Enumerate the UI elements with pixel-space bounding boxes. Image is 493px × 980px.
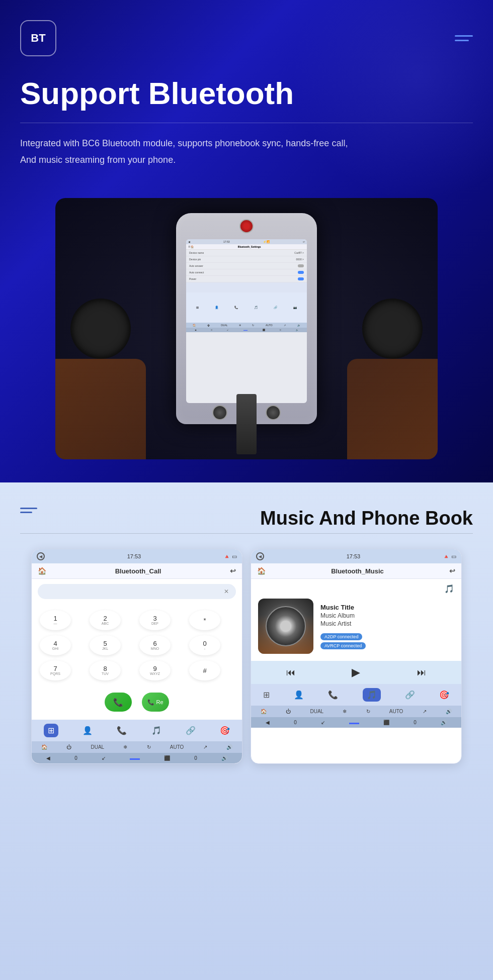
a2dp-badge: A2DP connected	[320, 633, 362, 640]
bottom-auto: AUTO	[170, 744, 184, 750]
avrcp-badge: AVRCP connected	[320, 642, 366, 649]
call-status-icons: 🔺 ▭	[223, 553, 237, 560]
bottom2-back: ◀	[46, 755, 50, 761]
embedded-screen: ◀ 17:53 ⚡ 📶 ↩ ☰ 🏠 Bluetooth_Settings Dev…	[186, 239, 307, 403]
call-button[interactable]: 📞	[105, 693, 132, 712]
call-search-bar[interactable]: ✕	[38, 584, 236, 599]
call-return-icon[interactable]: ↩	[230, 567, 236, 575]
key-3[interactable]: 3DEF	[139, 610, 171, 630]
music-page-title: Bluetooth_Music	[331, 567, 384, 575]
hamburger-line-2	[455, 40, 469, 41]
screen-title: Bluetooth_Settings	[194, 245, 305, 248]
next-button[interactable]: ⏭	[417, 667, 426, 678]
music-nav-contacts[interactable]: 👤	[294, 690, 304, 700]
music-phone-mockup: ◀ 17:53 🔺 ▭ 🏠 Bluetooth_Music ↩ 🎵	[251, 549, 462, 764]
music-nav-music[interactable]: 🎵	[363, 688, 381, 702]
bottom-arrow: ↗	[203, 744, 207, 750]
music-nav-call[interactable]: 📞	[328, 690, 338, 700]
music-nav-apps[interactable]: ⊞	[263, 690, 270, 700]
key-0[interactable]: 0-	[189, 635, 220, 655]
hero-nav: BT	[20, 20, 473, 56]
redial-button[interactable]: 📞 Re	[142, 693, 169, 712]
music-return-icon[interactable]: ↩	[449, 567, 455, 575]
key-9[interactable]: 9WXYZ	[139, 660, 171, 680]
hamburger2-menu[interactable]	[20, 508, 37, 513]
music-nav-camera[interactable]: 🎯	[439, 690, 449, 700]
call-search-clear[interactable]: ✕	[224, 588, 229, 595]
music-home-icon[interactable]: 🏠	[257, 567, 266, 575]
music-bottom-arrow: ↗	[423, 709, 427, 714]
bottom2-arrow: ↙	[102, 755, 106, 761]
music-time: 17:53	[347, 553, 361, 559]
bottom-home: 🏠	[41, 744, 47, 750]
music-note-icon: 🎵	[444, 584, 454, 594]
keypad: 1— 2ABC 3DEF * 4GHI 5JKL 6MNO 0- 7PQRS 8…	[32, 604, 242, 687]
key-7[interactable]: 7PQRS	[40, 660, 71, 680]
music-bottom-snow: ❄	[343, 709, 347, 714]
car-mockup: ◀ 17:53 ⚡ 📶 ↩ ☰ 🏠 Bluetooth_Settings Dev…	[55, 198, 438, 459]
music-bottom-dual: DUAL	[310, 709, 324, 714]
key-star[interactable]: *	[189, 610, 220, 630]
call-page-title: Bluetooth_Call	[115, 567, 161, 575]
music-back-button[interactable]: ◀	[256, 552, 264, 560]
music-note-area: 🎵	[251, 579, 461, 599]
call-home-icon[interactable]: 🏠	[38, 567, 46, 575]
music-b2-arrow: ↙	[321, 720, 325, 725]
section2-header: Music And Phone Book	[20, 508, 473, 529]
bottom-dual: DUAL	[91, 744, 105, 750]
bottom-power: ⏻	[66, 744, 71, 750]
music-b2-zero2: 0	[414, 720, 417, 725]
call-actions: 📞 📞 Re	[32, 687, 242, 720]
call-nav-bar: ⊞ 👤 📞 🎵 🔗 🎯	[32, 720, 242, 741]
call-bottom-bar: 🏠 ⏻ DUAL ❄ ↻ AUTO ↗ 🔊	[32, 741, 242, 753]
bottom-vol: 🔊	[226, 744, 232, 750]
key-2[interactable]: 2ABC	[90, 610, 121, 630]
bottom2-zero: 0	[74, 755, 77, 761]
call-back-button[interactable]: ◀	[37, 552, 45, 560]
nav-camera-icon[interactable]: 🎯	[220, 726, 230, 735]
car-background: ◀ 17:53 ⚡ 📶 ↩ ☰ 🏠 Bluetooth_Settings Dev…	[55, 198, 438, 459]
key-1[interactable]: 1—	[40, 610, 71, 630]
key-8[interactable]: 8TUV	[90, 660, 121, 680]
music-title-bar: 🏠 Bluetooth_Music ↩	[251, 563, 461, 579]
hero-divider	[20, 123, 473, 123]
prev-button[interactable]: ⏮	[286, 667, 295, 678]
nav-apps-icon[interactable]: ⊞	[44, 724, 58, 737]
knob-top	[239, 219, 254, 233]
nav-link-icon[interactable]: 🔗	[186, 726, 196, 735]
call-time: 17:53	[127, 553, 141, 559]
hamburger2-line2	[20, 512, 32, 513]
hero-description: Integrated with BC6 Bluetooth module, su…	[20, 135, 473, 168]
music-nav-bar: ⊞ 👤 📞 🎵 🔗 🎯	[251, 684, 461, 706]
key-hash[interactable]: #	[189, 660, 220, 680]
hamburger-line-1	[455, 35, 473, 37]
music-status-bar: ◀ 17:53 🔺 ▭	[251, 549, 461, 563]
hero-title: Support Bluetooth	[20, 76, 473, 111]
car-container: ◀ 17:53 ⚡ 📶 ↩ ☰ 🏠 Bluetooth_Settings Dev…	[20, 183, 473, 474]
play-button[interactable]: ▶	[352, 666, 360, 679]
nav-music-icon[interactable]: 🎵	[151, 726, 161, 735]
nav-call-icon[interactable]: 📞	[117, 726, 127, 735]
bt-logo: BT	[20, 20, 56, 56]
call-title-bar: 🏠 Bluetooth_Call ↩	[32, 563, 242, 579]
music-bottom-vol: 🔊	[446, 709, 452, 714]
bottom-snow: ❄	[123, 744, 127, 750]
music-nav-link[interactable]: 🔗	[405, 690, 415, 700]
key-6[interactable]: 6MNO	[139, 635, 171, 655]
nav-contacts-icon[interactable]: 👤	[83, 726, 93, 735]
music-bottom-auto: AUTO	[389, 709, 403, 714]
key-4[interactable]: 4GHI	[40, 635, 71, 655]
music-badges: A2DP connected AVRCP connected	[320, 631, 454, 649]
section2-divider	[20, 533, 473, 534]
section2-title: Music And Phone Book	[260, 508, 473, 529]
dashboard-unit: ◀ 17:53 ⚡ 📶 ↩ ☰ 🏠 Bluetooth_Settings Dev…	[176, 213, 317, 424]
key-5[interactable]: 5JKL	[90, 635, 121, 655]
music-album: Music Album	[320, 612, 454, 619]
music-b2-zero: 0	[294, 720, 297, 725]
bottom2-vol: 🔊	[221, 755, 227, 761]
desc-line1: Integrated with BC6 Bluetooth module, su…	[20, 138, 348, 148]
music-status-icons: 🔺 ▭	[443, 553, 456, 560]
hamburger-menu[interactable]	[455, 35, 473, 41]
desc-line2: And music streaming from your phone.	[20, 155, 176, 165]
phones-row: ◀ 17:53 🔺 ▭ 🏠 Bluetooth_Call ↩ ✕ 1— 2ABC…	[20, 549, 473, 764]
